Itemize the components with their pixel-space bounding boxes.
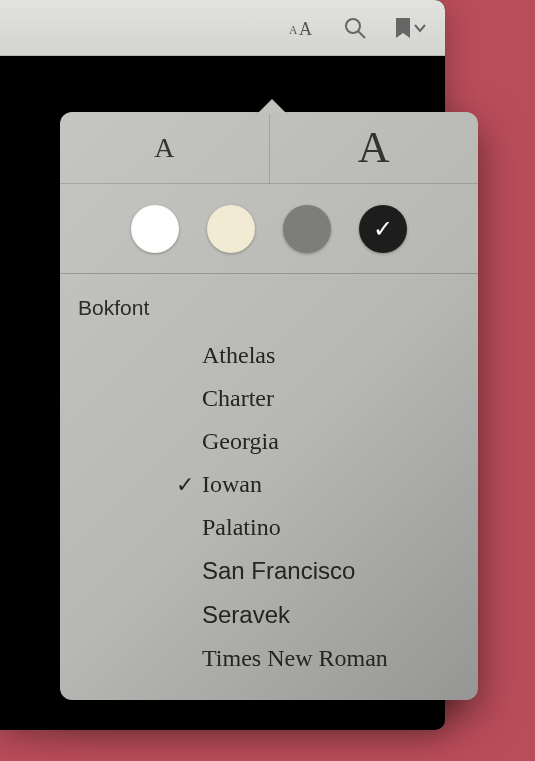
- svg-text:A: A: [289, 23, 298, 35]
- font-option[interactable]: ✓Georgia: [60, 420, 478, 463]
- chevron-down-icon: [413, 16, 427, 40]
- theme-white-swatch[interactable]: [131, 205, 179, 253]
- svg-text:A: A: [299, 19, 312, 39]
- font-section: Bokfont ✓Athelas✓Charter✓Georgia✓Iowan✓P…: [60, 274, 478, 700]
- font-option[interactable]: ✓Charter: [60, 377, 478, 420]
- font-option-label: Palatino: [202, 514, 281, 541]
- font-section-heading: Bokfont: [60, 288, 478, 334]
- font-option[interactable]: ✓Palatino: [60, 506, 478, 549]
- search-icon[interactable]: [341, 14, 369, 42]
- font-option-label: Charter: [202, 385, 274, 412]
- popover-arrow: [256, 96, 288, 114]
- font-option[interactable]: ✓Iowan: [60, 463, 478, 506]
- text-size-row: A A: [60, 112, 478, 184]
- increase-text-size-button[interactable]: A: [270, 112, 479, 183]
- theme-sepia-swatch[interactable]: [207, 205, 255, 253]
- font-option-label: Times New Roman: [202, 645, 388, 672]
- svg-line-3: [358, 31, 365, 38]
- check-icon: ✓: [373, 217, 393, 241]
- font-option[interactable]: ✓Times New Roman: [60, 637, 478, 680]
- theme-row: ✓: [60, 184, 478, 274]
- font-option-label: San Francisco: [202, 557, 355, 585]
- font-option[interactable]: ✓Athelas: [60, 334, 478, 377]
- font-option-label: Athelas: [202, 342, 275, 369]
- bookmarks-menu-button[interactable]: [393, 16, 427, 40]
- theme-black-swatch[interactable]: ✓: [359, 205, 407, 253]
- check-icon: ✓: [176, 472, 194, 498]
- font-option-label: Seravek: [202, 601, 290, 629]
- font-option[interactable]: ✓Seravek: [60, 593, 478, 637]
- appearance-popover: A A ✓ Bokfont ✓Athelas✓Charter✓Georgia✓I…: [60, 112, 478, 700]
- font-option[interactable]: ✓San Francisco: [60, 549, 478, 593]
- toolbar: A A: [0, 0, 445, 56]
- font-option-label: Georgia: [202, 428, 279, 455]
- svg-point-2: [346, 19, 360, 33]
- theme-gray-swatch[interactable]: [283, 205, 331, 253]
- decrease-text-size-button[interactable]: A: [60, 112, 270, 183]
- font-list: ✓Athelas✓Charter✓Georgia✓Iowan✓Palatino✓…: [60, 334, 478, 680]
- font-option-label: Iowan: [202, 471, 262, 498]
- appearance-icon[interactable]: A A: [289, 14, 317, 42]
